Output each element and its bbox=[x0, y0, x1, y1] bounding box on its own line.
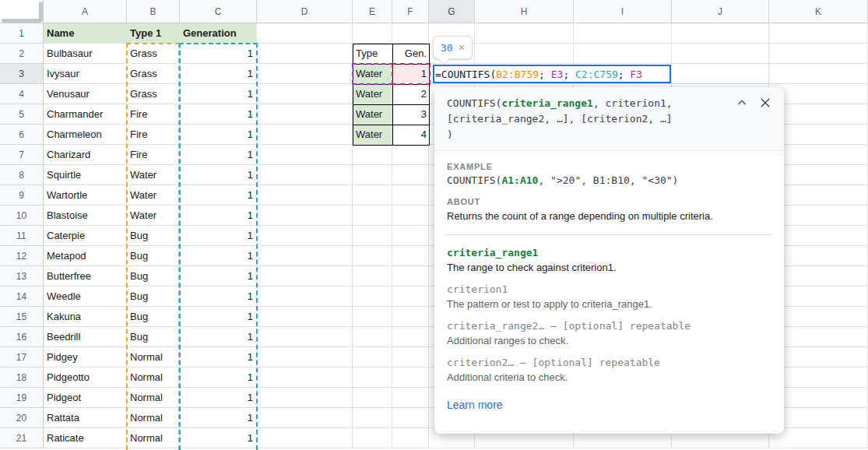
cell-J2[interactable] bbox=[672, 44, 769, 64]
cell-C17[interactable]: 1 bbox=[180, 347, 257, 367]
cell-D9[interactable] bbox=[257, 185, 353, 206]
cell-F15[interactable] bbox=[392, 307, 429, 327]
cell-E18[interactable] bbox=[353, 367, 392, 388]
cell-B15[interactable]: Bug bbox=[127, 307, 180, 327]
cell-D7[interactable] bbox=[257, 145, 353, 165]
cell-B20[interactable]: Normal bbox=[127, 408, 180, 428]
cell-B21[interactable]: Normal bbox=[127, 428, 180, 448]
cell-D14[interactable] bbox=[257, 287, 353, 307]
cell-K1[interactable] bbox=[769, 23, 868, 44]
chevron-up-icon[interactable] bbox=[736, 97, 748, 109]
cell-A11[interactable]: Caterpie bbox=[44, 226, 127, 246]
col-header-G[interactable]: G bbox=[429, 0, 475, 23]
cell-E15[interactable] bbox=[353, 307, 392, 327]
cell-E12[interactable] bbox=[353, 246, 392, 266]
cell-B10[interactable]: Water bbox=[127, 206, 180, 226]
learn-more-link[interactable]: Learn more bbox=[447, 399, 503, 411]
row-header-13[interactable]: 13 bbox=[0, 266, 44, 287]
cell-C1[interactable]: Generation bbox=[180, 23, 257, 44]
cell-A9[interactable]: Wartortle bbox=[44, 185, 127, 206]
cell-K21[interactable] bbox=[769, 428, 868, 448]
cell-K5[interactable] bbox=[769, 104, 868, 125]
cell-B6[interactable]: Fire bbox=[127, 125, 180, 145]
row-header-10[interactable]: 10 bbox=[0, 206, 44, 226]
cell-B16[interactable]: Bug bbox=[127, 327, 180, 347]
cell-F18[interactable] bbox=[392, 367, 429, 388]
cell-C12[interactable]: 1 bbox=[180, 246, 257, 266]
cell-D11[interactable] bbox=[257, 226, 353, 246]
cell-F4[interactable]: 2 bbox=[392, 84, 429, 104]
cell-B3[interactable]: Grass bbox=[127, 64, 180, 84]
frozen-row-handle[interactable] bbox=[2, 19, 42, 23]
cell-F19[interactable] bbox=[392, 388, 429, 408]
cell-F8[interactable] bbox=[392, 165, 429, 185]
cell-B9[interactable]: Water bbox=[127, 185, 180, 206]
cell-C5[interactable]: 1 bbox=[180, 104, 257, 125]
cell-B1[interactable]: Type 1 bbox=[127, 23, 180, 44]
cell-H1[interactable] bbox=[475, 23, 574, 44]
cell-D13[interactable] bbox=[257, 266, 353, 287]
cell-F5[interactable]: 3 bbox=[392, 104, 429, 125]
cell-C16[interactable]: 1 bbox=[180, 327, 257, 347]
cell-C6[interactable]: 1 bbox=[180, 125, 257, 145]
row-header-17[interactable]: 17 bbox=[0, 347, 44, 367]
cell-E9[interactable] bbox=[353, 185, 392, 206]
cell-B14[interactable]: Bug bbox=[127, 287, 180, 307]
row-header-5[interactable]: 5 bbox=[0, 104, 44, 125]
cell-A1[interactable]: Name bbox=[44, 23, 127, 44]
cell-D1[interactable] bbox=[257, 23, 353, 44]
col-header-B[interactable]: B bbox=[127, 0, 180, 23]
cell-A6[interactable]: Charmeleon bbox=[44, 125, 127, 145]
cell-B13[interactable]: Bug bbox=[127, 266, 180, 287]
cell-A7[interactable]: Charizard bbox=[44, 145, 127, 165]
row-header-11[interactable]: 11 bbox=[0, 226, 44, 246]
cell-J1[interactable] bbox=[672, 23, 769, 44]
cell-D6[interactable] bbox=[257, 125, 353, 145]
close-icon[interactable]: × bbox=[459, 42, 465, 53]
cell-D12[interactable] bbox=[257, 246, 353, 266]
cell-B4[interactable]: Grass bbox=[127, 84, 180, 104]
cell-K2[interactable] bbox=[769, 44, 868, 64]
cell-A17[interactable]: Pidgey bbox=[44, 347, 127, 367]
cell-K3[interactable] bbox=[769, 64, 868, 84]
cell-A15[interactable]: Kakuna bbox=[44, 307, 127, 327]
cell-C18[interactable]: 1 bbox=[180, 367, 257, 388]
cell-A5[interactable]: Charmander bbox=[44, 104, 127, 125]
cell-C13[interactable]: 1 bbox=[180, 266, 257, 287]
cell-E16[interactable] bbox=[353, 327, 392, 347]
cell-F1[interactable] bbox=[392, 23, 429, 44]
row-header-12[interactable]: 12 bbox=[0, 246, 44, 266]
cell-C10[interactable]: 1 bbox=[180, 206, 257, 226]
cell-K15[interactable] bbox=[769, 307, 868, 327]
cell-B8[interactable]: Water bbox=[127, 165, 180, 185]
cell-F13[interactable] bbox=[392, 266, 429, 287]
cell-C21[interactable]: 1 bbox=[180, 428, 257, 448]
cell-E2[interactable]: Type bbox=[353, 44, 392, 64]
col-header-H[interactable]: H bbox=[475, 0, 574, 23]
cell-D15[interactable] bbox=[257, 307, 353, 327]
cell-E14[interactable] bbox=[353, 287, 392, 307]
cell-F14[interactable] bbox=[392, 287, 429, 307]
cell-K11[interactable] bbox=[769, 226, 868, 246]
col-header-E[interactable]: E bbox=[353, 0, 392, 23]
cell-F16[interactable] bbox=[392, 327, 429, 347]
cell-C4[interactable]: 1 bbox=[180, 84, 257, 104]
cell-A20[interactable]: Rattata bbox=[44, 408, 127, 428]
cell-K13[interactable] bbox=[769, 266, 868, 287]
cell-K8[interactable] bbox=[769, 165, 868, 185]
cell-K16[interactable] bbox=[769, 327, 868, 347]
cell-A16[interactable]: Beedrill bbox=[44, 327, 127, 347]
cell-D10[interactable] bbox=[257, 206, 353, 226]
cell-K12[interactable] bbox=[769, 246, 868, 266]
cell-A4[interactable]: Venusaur bbox=[44, 84, 127, 104]
cell-F6[interactable]: 4 bbox=[392, 125, 429, 145]
row-header-8[interactable]: 8 bbox=[0, 165, 44, 185]
cell-A19[interactable]: Pidgeot bbox=[44, 388, 127, 408]
cell-C14[interactable]: 1 bbox=[180, 287, 257, 307]
row-header-3[interactable]: 3 bbox=[0, 64, 44, 84]
cell-H2[interactable] bbox=[475, 44, 574, 64]
cell-K7[interactable] bbox=[769, 145, 868, 165]
cell-A13[interactable]: Butterfree bbox=[44, 266, 127, 287]
cell-D21[interactable] bbox=[257, 428, 353, 448]
cell-I1[interactable] bbox=[574, 23, 672, 44]
